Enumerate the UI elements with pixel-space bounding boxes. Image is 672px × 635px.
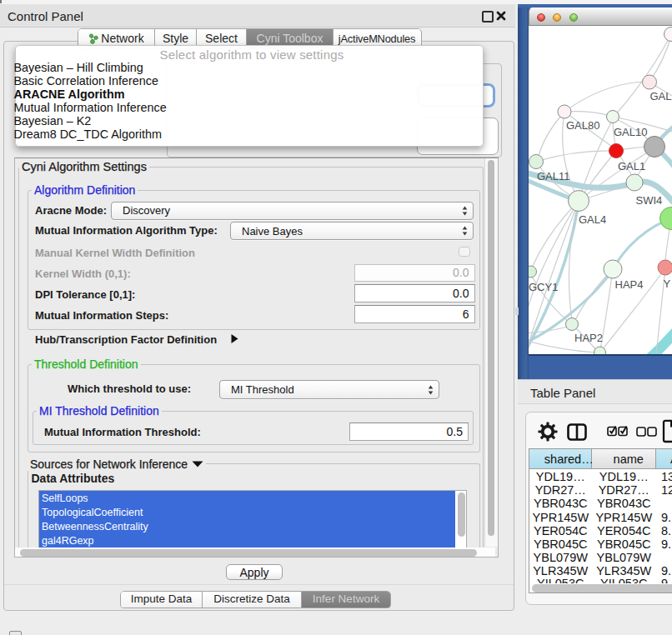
svg-text:GAL1: GAL1	[618, 160, 645, 172]
svg-text:GAL80: GAL80	[566, 119, 599, 132]
svg-text:HAP4: HAP4	[615, 278, 644, 291]
svg-text:GAL10: GAL10	[614, 126, 647, 138]
svg-text:HAP2: HAP2	[574, 332, 603, 344]
svg-text:SWI4: SWI4	[636, 194, 663, 207]
svg-text:GAL4: GAL4	[579, 213, 606, 226]
svg-text:GCY1: GCY1	[529, 281, 558, 293]
svg-text:GAL2: GAL2	[650, 90, 672, 102]
svg-text:GAL11: GAL11	[537, 170, 570, 182]
svg-text:Y: Y	[664, 278, 671, 290]
